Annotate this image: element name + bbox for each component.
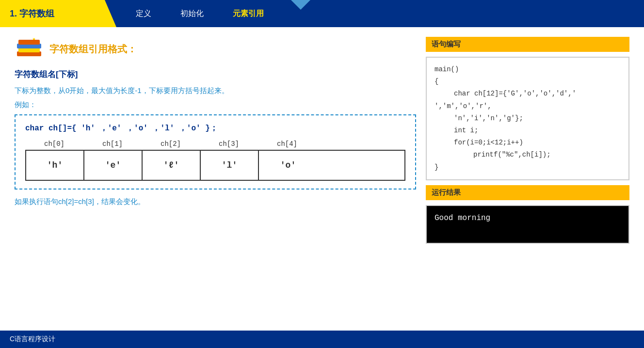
main-content: 字符数组引用格式： 字符数组名[下标] 下标为整数，从0开始，最大值为长度-1，… bbox=[0, 27, 644, 331]
index-4: ch[4] bbox=[258, 140, 316, 148]
code-line-8: } bbox=[435, 163, 438, 171]
tab-element-ref[interactable]: 元素引用 bbox=[233, 9, 264, 19]
cell-0: 'h' bbox=[26, 151, 84, 180]
index-1: ch[1] bbox=[83, 140, 142, 148]
index-2: ch[2] bbox=[142, 140, 200, 148]
code-line-7: printf("%c",ch[i]); bbox=[435, 151, 551, 158]
bottom-bar: C语言程序设计 bbox=[0, 331, 644, 348]
nav-title: 1. 字符数组 bbox=[0, 0, 116, 27]
tab-definition[interactable]: 定义 bbox=[136, 9, 151, 19]
run-result: Good morning bbox=[426, 205, 629, 244]
right-panel: 语句编写 main() { char ch[12]={'G','o','o','… bbox=[426, 37, 629, 326]
code-line-6: for(i=0;i<12;i++) bbox=[435, 139, 523, 146]
array-indices: ch[0] ch[1] ch[2] ch[3] ch[4] bbox=[25, 140, 405, 148]
code-editor: main() { char ch[12]={'G','o','o','d',' … bbox=[426, 57, 629, 180]
run-panel-header: 运行结果 bbox=[426, 185, 629, 200]
cell-2: 'ℓ' bbox=[143, 151, 201, 180]
books-icon bbox=[15, 37, 44, 61]
index-0: ch[0] bbox=[25, 140, 83, 148]
code-panel-header: 语句编写 bbox=[426, 37, 629, 52]
array-format-title: 字符数组名[下标] bbox=[15, 69, 416, 80]
cell-1: 'e' bbox=[84, 151, 143, 180]
result-note: 如果执行语句ch[2]=ch[3]，结果会变化。 bbox=[15, 197, 416, 206]
run-output: Good morning bbox=[435, 214, 490, 222]
array-visual: ch[0] ch[1] ch[2] ch[3] ch[4] 'h' 'e' 'ℓ… bbox=[25, 140, 405, 181]
svg-rect-3 bbox=[18, 40, 40, 45]
index-3: ch[3] bbox=[200, 140, 258, 148]
section-title: 字符数组引用格式： bbox=[49, 43, 137, 56]
code-line-3: char ch[12]={'G','o','o','d',' ','m','o'… bbox=[435, 90, 576, 110]
nav-triangle-decoration bbox=[291, 0, 310, 10]
array-cells: 'h' 'e' 'ℓ' 'l' 'o' bbox=[25, 150, 405, 181]
nav-tabs: 定义 初始化 元素引用 bbox=[116, 0, 264, 27]
left-panel: 字符数组引用格式： 字符数组名[下标] 下标为整数，从0开始，最大值为长度-1，… bbox=[15, 37, 416, 326]
code-line-4: 'n','i','n','g'}; bbox=[435, 114, 523, 122]
description-text: 下标为整数，从0开始，最大值为长度-1，下标要用方括号括起来。 bbox=[15, 85, 416, 96]
code-line: char ch[]={ 'h' ，'e' ，'o' ，'l' ，'o' }； bbox=[25, 123, 405, 133]
code-line-1: main() bbox=[435, 65, 459, 73]
cell-3: 'l' bbox=[201, 151, 259, 180]
section-header: 字符数组引用格式： bbox=[15, 37, 416, 61]
code-line-2: { bbox=[435, 78, 438, 85]
code-line-5: int i; bbox=[435, 127, 478, 134]
svg-marker-4 bbox=[33, 38, 35, 40]
top-nav: 1. 字符数组 定义 初始化 元素引用 bbox=[0, 0, 644, 27]
footer-label: C语言程序设计 bbox=[10, 335, 55, 344]
cell-4: 'o' bbox=[259, 151, 317, 180]
example-label: 例如： bbox=[15, 100, 416, 110]
code-box: char ch[]={ 'h' ，'e' ，'o' ，'l' ，'o' }； c… bbox=[15, 114, 416, 190]
nav-title-text: 1. 字符数组 bbox=[10, 8, 54, 19]
tab-init[interactable]: 初始化 bbox=[180, 9, 204, 19]
